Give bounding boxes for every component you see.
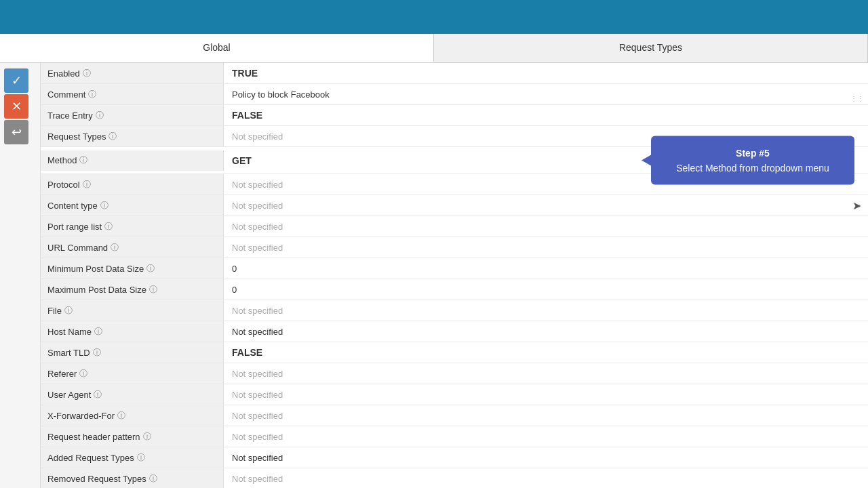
tab-request-types[interactable]: Request Types [434, 34, 868, 62]
label-user-agent: User Agent ⓘ [41, 384, 224, 405]
info-icon-smart-tld: ⓘ [93, 347, 101, 359]
info-icon-max-post-data: ⓘ [149, 284, 157, 296]
info-icon-removed-request-types: ⓘ [149, 473, 157, 485]
field-row-smart-tld: Smart TLD ⓘ FALSE [41, 342, 868, 363]
tabs: Global Request Types [0, 34, 868, 63]
value-trace-entry: FALSE [224, 106, 868, 125]
info-icon-user-agent: ⓘ [94, 389, 102, 401]
value-enabled: TRUE [224, 64, 868, 83]
tooltip-bubble: Step #5 Select Method from dropdown menu [651, 136, 854, 185]
info-icon-url-command: ⓘ [111, 242, 119, 253]
field-row-min-post-data: Minimum Post Data Size ⓘ 0 [41, 258, 868, 279]
value-file: Not specified [224, 302, 868, 320]
value-max-post-data: 0 [224, 281, 868, 299]
value-smart-tld: FALSE [224, 343, 868, 362]
value-removed-request-types: Not specified [224, 470, 868, 488]
value-url-command: Not specified [224, 239, 868, 257]
label-trace-entry: Trace Entry ⓘ [41, 105, 224, 125]
info-icon-min-post-data: ⓘ [146, 263, 155, 274]
check-button[interactable]: ✓ [4, 68, 28, 93]
label-method: Method ⓘ [41, 150, 224, 171]
field-row-referer: Referer ⓘ Not specified [41, 363, 868, 384]
value-port-range-list: Not specified [224, 218, 868, 236]
tooltip-message: Select Method from dropdown menu [665, 161, 841, 176]
field-row-trace-entry: Trace Entry ⓘ FALSE [41, 105, 868, 126]
field-row-file: File ⓘ Not specified [41, 300, 868, 321]
label-url-command: URL Command ⓘ [41, 237, 224, 258]
resize-handle: ⋮⋮ [850, 95, 864, 102]
label-removed-request-types: Removed Request Types ⓘ [41, 468, 224, 488]
field-row-host-name: Host Name ⓘ Not specified [41, 321, 868, 342]
value-referer: Not specified [224, 365, 868, 383]
value-added-request-types: Not specified [224, 449, 868, 467]
info-icon-host-name: ⓘ [94, 326, 102, 338]
label-comment: Comment ⓘ [41, 84, 224, 104]
label-enabled: Enabled ⓘ [41, 63, 224, 83]
field-row-user-agent: User Agent ⓘ Not specified [41, 384, 868, 405]
value-content-type: Not specified ➤ [224, 197, 868, 215]
field-row-added-request-types: Added Request Types ⓘ Not specified [41, 447, 868, 468]
sidebar: ✓ ✕ ↩ [0, 63, 41, 488]
x-button[interactable]: ✕ [4, 94, 28, 119]
info-icon-enabled: ⓘ [83, 68, 91, 79]
field-row-comment: Comment ⓘ Policy to block Facebook ⋮⋮ [41, 84, 868, 105]
field-row-removed-request-types: Removed Request Types ⓘ Not specified [41, 468, 868, 488]
info-icon-referer: ⓘ [79, 368, 87, 380]
info-icon-trace-entry: ⓘ [96, 110, 104, 121]
label-referer: Referer ⓘ [41, 363, 224, 384]
field-row-method: Method ⓘ GET Step #5 Select Method from … [41, 147, 868, 174]
undo-button[interactable]: ↩ [4, 120, 28, 144]
label-x-forwarded-for: X-Forwarded-For ⓘ [41, 405, 224, 426]
tab-global[interactable]: Global [0, 34, 434, 62]
tooltip-step: Step #5 [665, 145, 841, 160]
label-file: File ⓘ [41, 300, 224, 321]
field-row-x-forwarded-for: X-Forwarded-For ⓘ Not specified [41, 405, 868, 426]
label-request-types: Request Types ⓘ [41, 126, 224, 146]
label-host-name: Host Name ⓘ [41, 321, 224, 342]
value-comment[interactable]: Policy to block Facebook ⋮⋮ [224, 85, 868, 104]
info-icon-port-range-list: ⓘ [104, 221, 113, 232]
label-request-header-pattern: Request header pattern ⓘ [41, 426, 224, 447]
label-max-post-data: Maximum Post Data Size ⓘ [41, 279, 224, 300]
label-min-post-data: Minimum Post Data Size ⓘ [41, 258, 224, 279]
info-icon-request-types: ⓘ [108, 131, 117, 142]
label-smart-tld: Smart TLD ⓘ [41, 342, 224, 363]
field-row-content-type: Content type ⓘ Not specified ➤ [41, 195, 868, 216]
value-min-post-data: 0 [224, 260, 868, 278]
label-protocol: Protocol ⓘ [41, 174, 224, 195]
info-icon-content-type: ⓘ [100, 200, 108, 211]
value-request-header-pattern: Not specified [224, 428, 868, 446]
field-row-url-command: URL Command ⓘ Not specified [41, 237, 868, 258]
info-icon-x-forwarded-for: ⓘ [117, 410, 125, 422]
top-bar [0, 0, 868, 34]
info-icon-comment: ⓘ [88, 89, 96, 100]
info-icon-protocol: ⓘ [83, 179, 91, 190]
label-content-type: Content type ⓘ [41, 195, 224, 216]
field-row-max-post-data: Maximum Post Data Size ⓘ 0 [41, 279, 868, 300]
send-icon: ➤ [852, 199, 861, 212]
label-added-request-types: Added Request Types ⓘ [41, 447, 224, 468]
value-user-agent: Not specified [224, 386, 868, 404]
info-icon-added-request-types: ⓘ [137, 452, 145, 464]
info-icon-request-header-pattern: ⓘ [143, 431, 151, 443]
value-x-forwarded-for: Not specified [224, 407, 868, 425]
label-port-range-list: Port range list ⓘ [41, 216, 224, 237]
field-row-request-header-pattern: Request header pattern ⓘ Not specified [41, 426, 868, 447]
field-row-enabled: Enabled ⓘ TRUE [41, 63, 868, 84]
value-host-name: Not specified [224, 323, 868, 341]
main-table: Enabled ⓘ TRUE Comment ⓘ Policy to block… [41, 63, 868, 488]
info-icon-file: ⓘ [64, 305, 73, 317]
info-icon-method: ⓘ [79, 155, 87, 166]
field-row-port-range-list: Port range list ⓘ Not specified [41, 216, 868, 237]
